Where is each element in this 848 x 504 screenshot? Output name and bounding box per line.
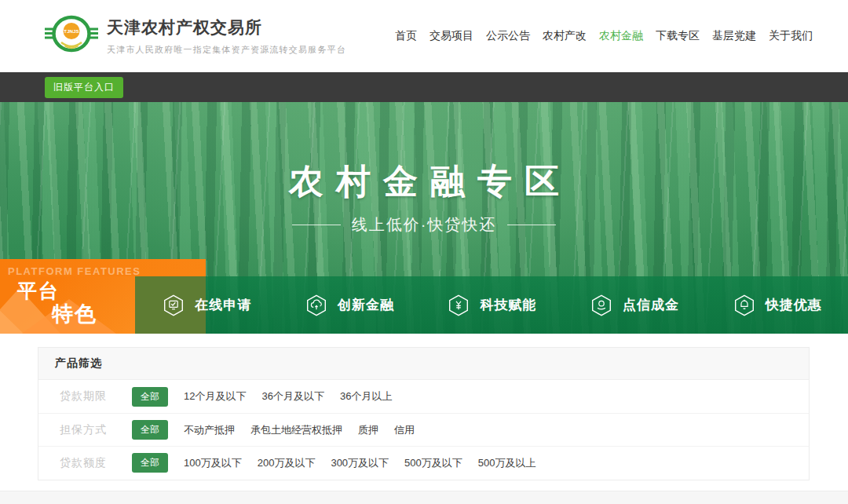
filter-option[interactable]: 36个月以上 xyxy=(340,389,392,404)
nav-item-about-us[interactable]: 关于我们 xyxy=(769,29,813,43)
filter-option[interactable]: 200万及以下 xyxy=(258,456,316,470)
platform-features-eyebrow-text: PLATFORM FEATURES xyxy=(8,265,141,277)
feature-tabbar: 在线申请 创新金融 科技赋能 点信成金 xyxy=(135,276,848,334)
main-content: 产品筛选 贷款期限 全部 12个月及以下 36个月及以下 36个月以上 担保方式… xyxy=(0,334,848,504)
filter-row-label: 贷款期限 xyxy=(60,389,111,404)
bell-icon xyxy=(732,293,757,318)
nav-item-notices[interactable]: 公示公告 xyxy=(486,29,530,43)
filter-option[interactable]: 不动产抵押 xyxy=(184,423,235,437)
filter-option[interactable]: 12个月及以下 xyxy=(184,389,246,404)
filter-option[interactable]: 承包土地经营权抵押 xyxy=(250,423,342,437)
cloud-finance-icon xyxy=(304,293,329,318)
tab-label: 创新金融 xyxy=(338,296,394,314)
hero-tagline: 线上低价·快贷快还 xyxy=(0,214,848,236)
site-header: TJNJS 天津农村产权交易所 天津市人民政府唯一指定集体资产资源流转交易服务平… xyxy=(0,0,848,72)
nav-item-rural-finance[interactable]: 农村金融 xyxy=(599,29,643,43)
filter-row-label: 担保方式 xyxy=(60,423,111,437)
tagline-line-right xyxy=(507,225,556,225)
tab-label: 科技赋能 xyxy=(480,296,536,314)
tab-credit-to-gold[interactable]: 点信成金 xyxy=(563,276,706,334)
footer-strip xyxy=(0,491,848,504)
tab-label: 在线申请 xyxy=(195,296,251,314)
filter-all-badge[interactable]: 全部 xyxy=(132,387,168,407)
filter-option[interactable]: 300万及以下 xyxy=(331,456,389,470)
product-filter-card: 产品筛选 贷款期限 全部 12个月及以下 36个月及以下 36个月以上 担保方式… xyxy=(38,347,810,480)
brand-text: 天津农村产权交易所 天津市人民政府唯一指定集体资产资源流转交易服务平台 xyxy=(107,16,346,56)
nav-item-projects[interactable]: 交易项目 xyxy=(429,29,473,43)
site-subtitle: 天津市人民政府唯一指定集体资产资源流转交易服务平台 xyxy=(107,44,346,56)
site-logo-icon: TJNJS xyxy=(45,13,98,60)
filter-row-label: 贷款额度 xyxy=(60,456,111,470)
form-icon xyxy=(161,293,186,318)
filter-row-loan-amount: 贷款额度 全部 100万及以下 200万及以下 300万及以下 500万及以下 … xyxy=(38,446,809,479)
filter-option[interactable]: 100万及以下 xyxy=(184,456,242,470)
svg-text:TJNJS: TJNJS xyxy=(64,28,79,34)
old-platform-entry-button[interactable]: 旧版平台入口 xyxy=(45,77,123,98)
tab-label: 点信成金 xyxy=(623,296,679,314)
tab-online-apply[interactable]: 在线申请 xyxy=(135,276,278,334)
main-nav: 首页 交易项目 公示公告 农村产改 农村金融 下载专区 基层党建 关于我们 xyxy=(395,29,813,43)
nav-item-rural-reform[interactable]: 农村产改 xyxy=(543,29,587,43)
yuan-icon xyxy=(446,293,471,318)
brand-home-link[interactable]: TJNJS 天津农村产权交易所 天津市人民政府唯一指定集体资产资源流转交易服务平… xyxy=(45,13,346,60)
platform-features-block: 平台 特色 xyxy=(0,276,135,334)
hero-banner: 农村金融专区 线上低价·快贷快还 PLATFORM FEATURES 平台 特色… xyxy=(0,102,848,334)
filter-all-badge[interactable]: 全部 xyxy=(132,420,168,440)
filter-option[interactable]: 500万及以上 xyxy=(478,456,536,470)
nav-item-downloads[interactable]: 下载专区 xyxy=(656,29,700,43)
features-title-line2: 特色 xyxy=(52,300,97,328)
secondary-topbar: 旧版平台入口 xyxy=(0,72,848,102)
tab-label: 快捷优惠 xyxy=(766,296,822,314)
tab-quick-discount[interactable]: 快捷优惠 xyxy=(705,276,848,334)
site-title: 天津农村产权交易所 xyxy=(107,16,346,38)
nav-item-home[interactable]: 首页 xyxy=(395,29,417,43)
hero-title: 农村金融专区 xyxy=(0,159,848,205)
filter-option[interactable]: 500万及以下 xyxy=(404,456,462,470)
filter-option[interactable]: 信用 xyxy=(394,423,415,437)
tagline-line-left xyxy=(292,225,341,225)
nav-item-party-building[interactable]: 基层党建 xyxy=(712,29,756,43)
filter-card-title: 产品筛选 xyxy=(38,348,809,380)
hero-tagline-text: 线上低价·快贷快还 xyxy=(352,214,497,236)
filter-all-badge[interactable]: 全部 xyxy=(132,453,168,473)
coin-credit-icon xyxy=(589,293,614,318)
tab-tech-empowerment[interactable]: 科技赋能 xyxy=(420,276,563,334)
filter-option[interactable]: 36个月及以下 xyxy=(261,389,323,404)
tab-innovative-finance[interactable]: 创新金融 xyxy=(278,276,421,334)
filter-row-guarantee-method: 担保方式 全部 不动产抵押 承包土地经营权抵押 质押 信用 xyxy=(38,413,809,446)
platform-features-eyebrow: PLATFORM FEATURES xyxy=(0,259,206,276)
filter-option[interactable]: 质押 xyxy=(358,423,378,437)
filter-row-loan-term: 贷款期限 全部 12个月及以下 36个月及以下 36个月以上 xyxy=(38,380,809,413)
